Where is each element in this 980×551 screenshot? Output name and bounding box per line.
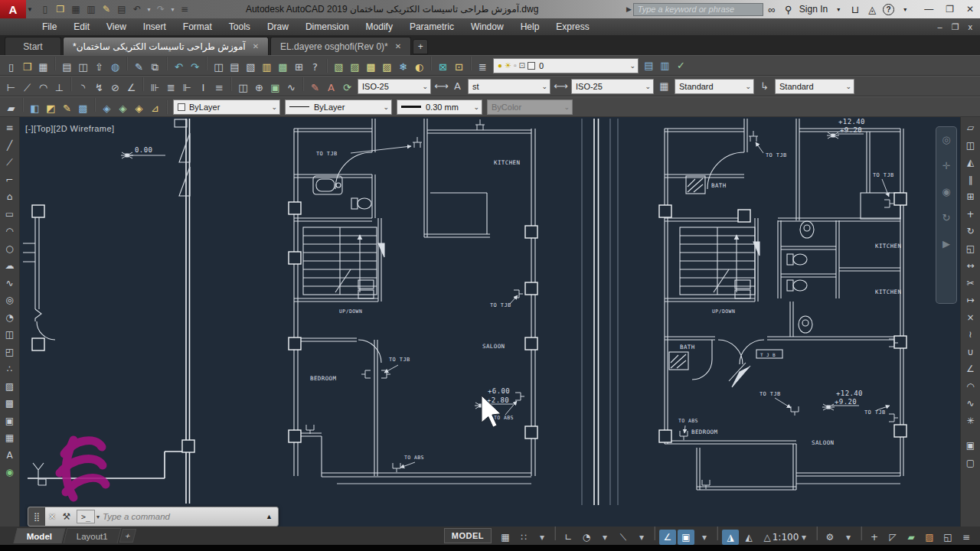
ellipse-arc-icon[interactable]: ◔	[1, 309, 19, 327]
chevron-down-icon[interactable]: ⌄	[745, 83, 751, 90]
menu-item-window[interactable]: Window	[462, 18, 512, 35]
plot-icon[interactable]: ▤	[59, 59, 75, 74]
new-tab-button[interactable]: +	[413, 39, 428, 54]
tab-model[interactable]: Model	[14, 528, 66, 543]
ellipse-icon[interactable]: ◎	[1, 292, 19, 309]
menu-item-tools[interactable]: Tools	[220, 18, 259, 35]
layer-isolate-icon[interactable]: ▩	[363, 59, 379, 74]
create-block-icon[interactable]: ◰	[1, 344, 19, 361]
snap-mode-icon[interactable]: ∷	[515, 530, 532, 545]
layer-unlock-icon[interactable]: ⊡	[519, 61, 525, 70]
layer-freeze-icon[interactable]: ❄	[395, 59, 411, 74]
help-dropdown-icon[interactable]: ▾	[897, 6, 913, 13]
new-icon[interactable]: ▯	[3, 59, 19, 74]
new-layout-button[interactable]: +	[119, 529, 136, 543]
text-style-icon[interactable]: A	[449, 79, 466, 94]
chamfer-icon[interactable]: ∠	[962, 360, 980, 378]
model-space-button[interactable]: MODEL	[444, 528, 492, 543]
region-icon[interactable]: ▣	[1, 412, 19, 430]
layer-unlock-icon[interactable]: ⊡	[451, 59, 467, 74]
lineweight-combo[interactable]: 0.30 mm ⌄	[397, 99, 482, 115]
workspace-drop-icon[interactable]: ▾	[840, 530, 857, 545]
qat-undo-icon[interactable]: ↶	[129, 2, 145, 17]
hatch-icon[interactable]: ▨	[1, 378, 19, 396]
add-scales-icon[interactable]: +	[866, 530, 883, 545]
external-reference-icon[interactable]: ⧉	[147, 60, 163, 75]
ungroup-icon[interactable]: ▢	[962, 455, 980, 472]
full-navigation-wheel-icon[interactable]: ◎	[939, 132, 955, 147]
toolbar-grip-icon[interactable]: ≡	[1, 119, 19, 137]
break-icon[interactable]: ≀	[962, 326, 980, 344]
qat-redo-icon[interactable]: ↷	[153, 2, 168, 17]
autocad-logo-icon[interactable]: A	[0, 0, 26, 18]
spline-icon[interactable]: ∿	[1, 275, 19, 292]
chevron-down-icon[interactable]: ⌄	[645, 83, 651, 90]
command-customize-wrench-icon[interactable]: ⚒	[59, 511, 74, 522]
dim-break-icon[interactable]: ◫	[235, 80, 251, 95]
close-button[interactable]: ✕	[966, 4, 974, 15]
tab-start[interactable]: Start	[5, 37, 61, 55]
erase-marks-icon[interactable]: ◩	[43, 100, 59, 116]
dim-inspection-icon[interactable]: ▣	[267, 80, 283, 95]
menu-item-parametric[interactable]: Parametric	[401, 18, 462, 35]
menu-item-format[interactable]: Format	[175, 18, 220, 35]
plot-preview-icon[interactable]: ◫	[75, 59, 91, 74]
menu-item-view[interactable]: View	[98, 18, 135, 35]
chevron-down-icon[interactable]: ⌄	[383, 103, 389, 111]
erase-icon[interactable]: ▱	[962, 119, 980, 137]
linetype-combo[interactable]: ByLayer ⌄	[285, 99, 392, 115]
group-icon[interactable]: ▣	[962, 437, 980, 455]
insert-block-icon[interactable]: ◫	[1, 326, 19, 344]
isolate-objects-icon[interactable]: ◸	[884, 530, 901, 545]
annotation-visibility-icon[interactable]: ◮	[722, 530, 739, 545]
line-icon[interactable]: ╱	[1, 137, 19, 155]
tab-drawing-1[interactable]: آموزش طراحی تاسیسات الکتریکی ساختمان* ✕	[63, 37, 269, 55]
join-icon[interactable]: ∪	[962, 344, 980, 361]
qat-customize-icon[interactable]: ≡	[177, 2, 192, 17]
rotate-icon[interactable]: ↻	[962, 223, 980, 240]
polygon-icon[interactable]: ⌂	[1, 188, 19, 206]
isodraft-drop-icon[interactable]: ▾	[633, 530, 650, 545]
qat-save-icon[interactable]: ▦	[68, 2, 83, 17]
recent-commands-icon[interactable]: ▾	[96, 514, 100, 520]
menu-item-modify[interactable]: Modify	[358, 18, 401, 35]
tab-drawing-2[interactable]: EL.dayere osghofi(Rev 0)* ✕	[270, 37, 411, 55]
help-icon[interactable]: ?	[307, 59, 323, 74]
app-store-cart-icon[interactable]: ⊔	[847, 4, 864, 15]
purge-icon[interactable]: ⊿	[147, 100, 163, 116]
dim-continue-icon[interactable]: ⊩	[179, 80, 195, 95]
polar-drop-icon[interactable]: ▾	[596, 530, 613, 545]
secure-load-icon[interactable]: ▨	[921, 530, 938, 545]
sign-in-dropdown-icon[interactable]: ▾	[830, 6, 847, 13]
dim-space-icon[interactable]: ≡	[211, 80, 227, 95]
dim-center-mark-icon[interactable]: ⊕	[251, 80, 267, 95]
qat-print-icon[interactable]: ▤	[114, 2, 129, 17]
object-color-combo[interactable]: ByLayer ⌄	[173, 99, 280, 115]
dim-radius-icon[interactable]: ◝	[75, 80, 91, 95]
polyline-icon[interactable]: ⌐	[1, 171, 19, 189]
dim-ordinate-icon[interactable]: ⊥	[51, 80, 67, 95]
layer-states-manager-icon[interactable]: ▤	[641, 58, 657, 73]
scale-drop-icon[interactable]: ▾	[795, 530, 812, 545]
break-at-point-icon[interactable]: ×	[962, 309, 980, 327]
tab-close-icon[interactable]: ✕	[253, 42, 259, 51]
standards-audit-icon[interactable]: ◈	[131, 100, 147, 116]
object-snap-tracking-icon[interactable]: ∠	[659, 530, 676, 545]
scale-icon[interactable]: ◱	[962, 240, 980, 258]
layer-on-bulb-icon[interactable]: ●	[498, 61, 502, 70]
ortho-mode-icon[interactable]: ∟	[560, 530, 577, 545]
sheet-set-manager-icon[interactable]: ▥	[259, 59, 275, 74]
tab-layout1[interactable]: Layout1	[64, 528, 122, 543]
extend-icon[interactable]: ↦	[962, 292, 980, 309]
dim-linear-icon[interactable]: ⊢	[3, 80, 19, 95]
construction-line-icon[interactable]: ⟋	[1, 154, 19, 171]
dim-text-icon[interactable]: I	[195, 80, 211, 95]
undo-icon[interactable]: ↶	[171, 59, 187, 74]
minimize-button[interactable]: —	[924, 4, 933, 15]
menu-item-edit[interactable]: Edit	[65, 18, 98, 35]
workspace-switching-icon[interactable]: ⚙	[822, 530, 838, 545]
dim-arc-length-icon[interactable]: ◠	[35, 80, 51, 95]
menu-item-insert[interactable]: Insert	[135, 18, 175, 35]
chevron-down-icon[interactable]: ⌄	[629, 62, 635, 70]
search-input[interactable]	[633, 3, 763, 16]
